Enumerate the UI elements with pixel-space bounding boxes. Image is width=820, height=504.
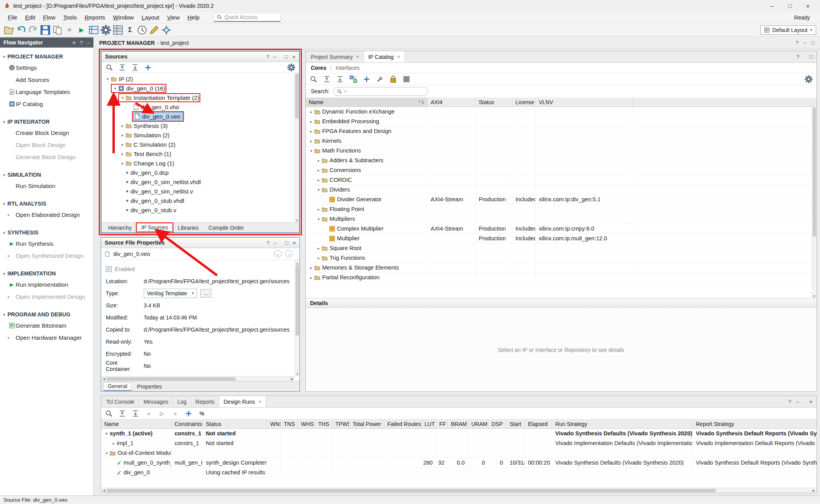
expander-closed-icon[interactable]: ▸ bbox=[119, 161, 126, 165]
help-icon[interactable]: ? bbox=[788, 399, 791, 404]
percent-icon[interactable]: % bbox=[198, 410, 206, 417]
close-icon[interactable]: × bbox=[292, 54, 296, 60]
squares-icon[interactable] bbox=[349, 75, 357, 83]
horizontal-scrollbar[interactable]: ◀ ▶ bbox=[101, 376, 295, 381]
document-tab-ip-catalog[interactable]: IP Catalog× bbox=[364, 51, 405, 62]
sources-tab-compile-order[interactable]: Compile Order bbox=[204, 224, 248, 232]
column-header-ff[interactable]: FF bbox=[436, 419, 448, 428]
column-header-run-strategy[interactable]: Run Strategy bbox=[552, 419, 693, 428]
ip-catalog-row-math-functions[interactable]: ▾Math Functions bbox=[306, 146, 816, 156]
selected-tree-item[interactable]: div_gen_0.veo bbox=[133, 112, 183, 121]
expand-all-icon[interactable] bbox=[131, 64, 139, 71]
flow-item-run-simulation[interactable]: Run Simulation bbox=[0, 180, 93, 192]
menu-help[interactable]: Help bbox=[184, 13, 203, 22]
properties-panel-header[interactable]: Source File Properties ?–□× bbox=[101, 238, 299, 248]
column-header-wns[interactable]: WNS bbox=[267, 419, 281, 428]
design-run-row-div-gen-0[interactable]: ✓div_gen_0Using cached IP results bbox=[101, 468, 816, 477]
ip-catalog-row-embedded-processing[interactable]: ▸Embedded Processing bbox=[306, 117, 816, 126]
close-icon[interactable]: × bbox=[258, 399, 262, 405]
maximize-icon[interactable]: □ bbox=[809, 54, 813, 59]
column-header-dsp[interactable]: DSP bbox=[488, 419, 506, 428]
flow-section-header[interactable]: ▾SYNTHESIS bbox=[0, 227, 93, 238]
column-header-report-strategy[interactable]: Report Strategy bbox=[693, 419, 816, 428]
flow-item-open-block-design[interactable]: Open Block Design bbox=[0, 139, 93, 151]
gear-icon[interactable] bbox=[805, 75, 813, 83]
vertical-scrollbar[interactable]: ▼ bbox=[294, 73, 299, 222]
flow-section-header[interactable]: ▾IP INTEGRATOR bbox=[0, 117, 93, 127]
enabled-checkbox[interactable]: ✓ bbox=[106, 266, 112, 272]
tree-row-div-gen-0-dcp[interactable]: ●div_gen_0.dcp bbox=[102, 168, 299, 177]
expander-open-icon[interactable]: ▾ bbox=[308, 149, 314, 153]
layout-select[interactable]: Default Layout ▾ bbox=[760, 25, 816, 35]
menu-file[interactable]: File bbox=[4, 13, 21, 22]
column-header-license[interactable]: License bbox=[512, 98, 536, 106]
toolbar-probe-button[interactable] bbox=[161, 25, 171, 35]
design-run-row-mult-gen-0-synth-1[interactable]: ✓mult_gen_0_synth_1mult_gen_0synth_desig… bbox=[101, 458, 816, 468]
sources-panel-header[interactable]: Sources ?–□× bbox=[102, 51, 299, 62]
toolbar-grid-button[interactable] bbox=[113, 25, 123, 35]
scrollbar-thumb[interactable] bbox=[813, 108, 816, 236]
column-header-bram[interactable]: BRAM bbox=[448, 419, 468, 428]
flow-item-generate-bitstream[interactable]: Generate Bitstream bbox=[0, 319, 93, 332]
flow-item-settings[interactable]: Settings bbox=[0, 62, 93, 74]
vertical-scrollbar[interactable]: ▼ bbox=[812, 107, 816, 298]
toolbar-clock-button[interactable] bbox=[137, 25, 147, 35]
close-icon[interactable]: × bbox=[809, 399, 813, 405]
minimize-icon[interactable]: – bbox=[87, 40, 90, 45]
menu-tools[interactable]: Tools bbox=[59, 13, 81, 22]
gear-icon[interactable] bbox=[287, 64, 295, 71]
expander-closed-icon[interactable]: ▸ bbox=[316, 168, 322, 172]
flow-section-header[interactable]: ▾SIMULATION bbox=[0, 170, 93, 180]
toolbar-copy-button[interactable] bbox=[52, 25, 62, 35]
collapse-all-icon[interactable] bbox=[118, 410, 126, 417]
tree-row-synthesis[interactable]: ▸Synthesis (3) bbox=[102, 121, 299, 130]
ip-catalog-row-kernels[interactable]: ▸Kernels bbox=[306, 136, 816, 146]
plus-icon[interactable] bbox=[363, 75, 371, 83]
collapse-all-icon[interactable] bbox=[118, 64, 126, 71]
flow-section-header[interactable]: ▾IMPLEMENTATION bbox=[0, 268, 93, 279]
scroll-down-icon[interactable]: ▼ bbox=[812, 293, 816, 298]
lock-icon[interactable] bbox=[389, 75, 397, 83]
play-outline-icon[interactable]: ▷ bbox=[158, 410, 166, 417]
tree-row-test-bench[interactable]: ▸Test Bench (1) bbox=[102, 149, 299, 158]
subtab-interfaces[interactable]: Interfaces bbox=[335, 65, 359, 71]
close-icon[interactable]: × bbox=[292, 240, 296, 246]
column-header-start[interactable]: Start bbox=[506, 419, 525, 428]
expander-open-icon[interactable]: ▾ bbox=[316, 188, 322, 192]
window-minimize-button[interactable]: – bbox=[764, 1, 780, 11]
scroll-up-icon[interactable]: ▲ bbox=[295, 260, 299, 265]
scrollbar-thumb[interactable] bbox=[295, 74, 299, 119]
expander-closed-icon[interactable]: ▸ bbox=[316, 158, 322, 163]
flow-section-header[interactable]: ▾PROJECT MANAGER bbox=[0, 51, 93, 62]
menu-layout[interactable]: Layout bbox=[138, 13, 163, 22]
toolbar-gear-button[interactable] bbox=[101, 25, 111, 35]
tree-row-simulation[interactable]: ▸Simulation (2) bbox=[102, 130, 299, 140]
scroll-right-icon[interactable]: ▶ bbox=[290, 377, 294, 381]
toolbar-close-x-button[interactable]: × bbox=[64, 25, 75, 35]
toolbar-save-button[interactable] bbox=[40, 25, 50, 35]
step-back-icon[interactable]: « bbox=[145, 410, 153, 417]
scrollbar-thumb[interactable] bbox=[296, 265, 299, 335]
menu-flow[interactable]: Flow bbox=[39, 13, 59, 22]
toolbar-redo-button[interactable] bbox=[28, 25, 38, 35]
ip-search-input[interactable]: ▾ bbox=[333, 87, 428, 96]
search-icon[interactable] bbox=[105, 410, 113, 417]
expander-open-icon[interactable]: ▾ bbox=[105, 77, 111, 81]
expander-closed-icon[interactable]: ▸ bbox=[308, 110, 314, 114]
expander-closed-icon[interactable]: ▸ bbox=[119, 133, 126, 137]
ip-catalog-row-memories-storage-elements[interactable]: ▸Memories & Storage Elements bbox=[306, 263, 816, 273]
document-tab-project-summary[interactable]: Project Summary× bbox=[307, 51, 364, 62]
ip-catalog-row-conversions[interactable]: ▸Conversions bbox=[306, 165, 816, 175]
ip-catalog-row-trig-functions[interactable]: ▸Trig Functions bbox=[306, 253, 816, 263]
help-icon[interactable]: ? bbox=[796, 40, 799, 45]
column-header-uram[interactable]: URAM bbox=[468, 419, 488, 428]
tree-row-c-simulation[interactable]: ▸C Simulation (2) bbox=[102, 140, 299, 149]
vertical-scrollbar[interactable]: ▲ ▼ bbox=[295, 260, 299, 376]
ip-catalog-row-dynamic-function-exchange[interactable]: ▸Dynamic Function eXchange bbox=[306, 107, 816, 117]
flow-item-ip-catalog[interactable]: IP Catalog bbox=[0, 98, 93, 110]
maximize-icon[interactable]: □ bbox=[285, 240, 288, 246]
menu-window[interactable]: Window bbox=[109, 13, 137, 22]
subtab-cores[interactable]: Cores bbox=[311, 65, 326, 71]
console-tab-tcl-console[interactable]: Tcl Console bbox=[102, 396, 139, 407]
expander-closed-icon[interactable]: ▸ bbox=[308, 266, 314, 270]
